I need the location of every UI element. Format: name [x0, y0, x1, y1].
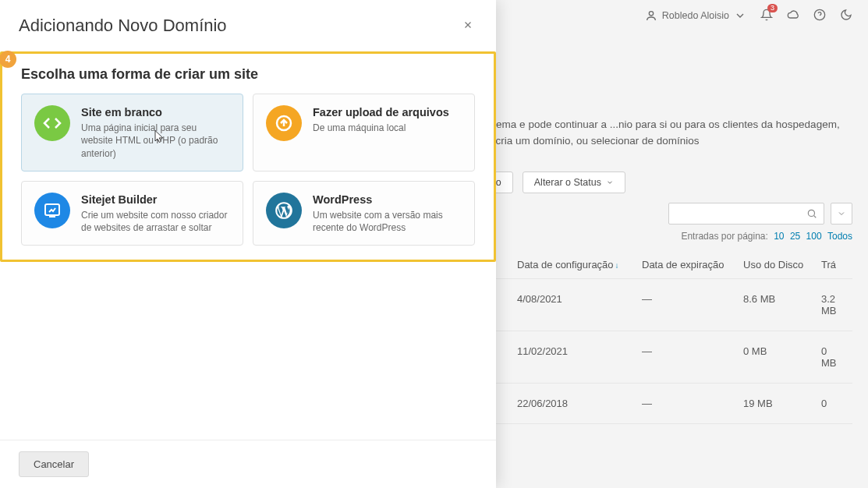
search-input[interactable]	[669, 208, 800, 219]
change-status-button[interactable]: Alterar o Status	[523, 172, 625, 193]
pager-option[interactable]: Todos	[827, 231, 852, 242]
sort-down-icon: ↓	[615, 261, 619, 270]
option-desc: Um website com a versão mais recente do …	[313, 209, 462, 234]
theme-button[interactable]	[840, 9, 852, 23]
option-title: Fazer upload de arquivos	[313, 105, 449, 119]
col-traffic[interactable]: Trá	[813, 251, 852, 279]
svg-point-3	[808, 210, 814, 216]
pager-option[interactable]: 100	[806, 231, 822, 242]
modal-footer: Cancelar	[0, 440, 496, 488]
upload-icon	[266, 105, 302, 141]
notifications-button[interactable]: 3	[760, 9, 773, 23]
user-name: Robledo Aloisio	[662, 10, 729, 21]
wordpress-icon	[266, 193, 302, 228]
col-disk[interactable]: Uso do Disco	[735, 251, 813, 279]
search-icon	[806, 208, 817, 219]
search-filter-dropdown[interactable]	[831, 203, 852, 225]
sitejet-icon	[34, 193, 70, 228]
user-icon	[645, 9, 657, 22]
code-icon	[34, 105, 70, 141]
search-button[interactable]	[800, 203, 824, 224]
modal-title: Adicionando Novo Domínio	[19, 16, 227, 36]
user-menu[interactable]: Robledo Aloisio	[645, 9, 746, 22]
svg-point-0	[649, 12, 653, 16]
cloud-button[interactable]	[787, 9, 799, 23]
add-domain-modal: Adicionando Novo Domínio 4 Escolha uma f…	[0, 0, 496, 488]
pager-label: Entradas por página:	[681, 231, 767, 242]
change-status-label: Alterar o Status	[534, 177, 601, 188]
site-options-grid: Site em branco Uma página inicial para s…	[21, 94, 475, 246]
close-button[interactable]	[459, 16, 477, 34]
step-badge: 4	[0, 51, 16, 68]
close-icon	[462, 19, 473, 30]
col-config-date[interactable]: Data de configuração↓	[509, 251, 634, 279]
option-desc: Uma página inicial para seu website HTML…	[81, 122, 230, 160]
help-button[interactable]	[813, 9, 826, 23]
help-icon	[813, 9, 826, 21]
chevron-down-icon	[837, 209, 846, 218]
notification-badge: 3	[767, 4, 778, 12]
option-desc: De uma máquina local	[313, 122, 449, 134]
option-title: Sitejet Builder	[81, 193, 230, 207]
section-title: Escolha uma forma de criar um site	[21, 66, 475, 83]
modal-header: Adicionando Novo Domínio	[0, 0, 496, 44]
search-box	[668, 203, 824, 225]
option-wordpress[interactable]: WordPress Um website com a versão mais r…	[253, 181, 475, 246]
option-desc: Crie um website com nosso criador de web…	[81, 209, 230, 234]
option-title: Site em branco	[81, 105, 230, 119]
pager-option[interactable]: 25	[790, 231, 800, 242]
modal-body: 4 Escolha uma forma de criar um site Sit…	[0, 44, 496, 440]
highlighted-step: 4 Escolha uma forma de criar um site Sit…	[0, 51, 496, 262]
cancel-button[interactable]: Cancelar	[19, 451, 89, 477]
svg-line-4	[814, 216, 817, 218]
cloud-icon	[787, 9, 799, 21]
moon-icon	[840, 9, 852, 21]
option-upload-files[interactable]: Fazer upload de arquivos De uma máquina …	[253, 94, 475, 172]
chevron-down-icon	[734, 9, 746, 22]
pager-option[interactable]: 10	[774, 231, 784, 242]
option-sitejet-builder[interactable]: Sitejet Builder Crie um website com noss…	[21, 181, 243, 246]
option-title: WordPress	[313, 193, 462, 207]
col-expiry[interactable]: Data de expiração	[634, 251, 735, 279]
chevron-down-icon	[606, 179, 614, 186]
option-blank-site[interactable]: Site em branco Uma página inicial para s…	[21, 94, 243, 172]
